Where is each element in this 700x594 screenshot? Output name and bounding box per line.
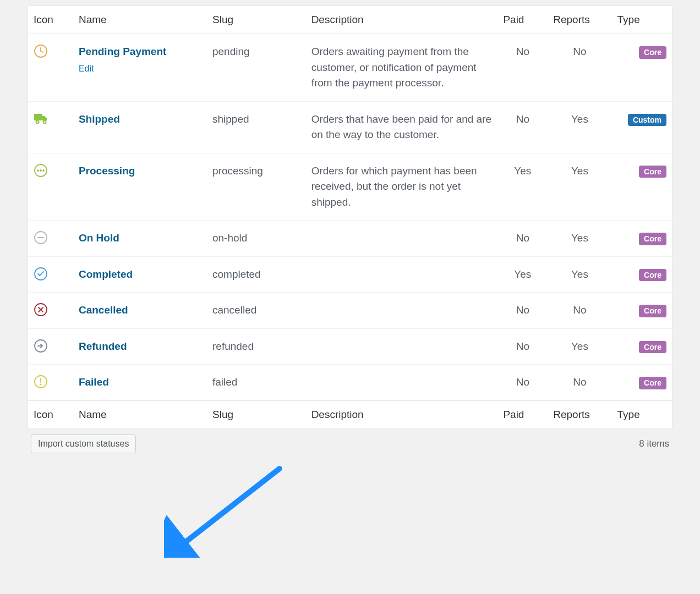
processing-icon (34, 163, 68, 178)
svg-point-3 (43, 120, 46, 123)
table-row: Pending PaymentEditpendingOrders awaitin… (28, 34, 672, 102)
col-header-slug: Slug (207, 6, 306, 34)
table-footer: Icon Name Slug Description Paid Reports … (28, 400, 672, 428)
status-slug: failed (207, 365, 306, 401)
table-row: FailedfailedNoNoCore (28, 365, 672, 401)
col-header-name[interactable]: Name (73, 6, 207, 34)
type-badge: Core (639, 377, 666, 389)
col-footer-slug: Slug (207, 400, 306, 428)
status-slug: pending (207, 34, 306, 102)
svg-line-18 (174, 469, 280, 551)
type-badge: Core (639, 305, 666, 317)
status-slug: shipped (207, 101, 306, 153)
type-badge: Core (639, 166, 666, 178)
table-row: CompletedcompletedYesYesCore (28, 256, 672, 293)
refund-icon (34, 339, 68, 353)
status-name-link[interactable]: Processing (79, 165, 135, 177)
col-header-icon: Icon (28, 6, 73, 34)
type-badge: Core (639, 269, 666, 282)
status-name-link[interactable]: On Hold (79, 232, 119, 244)
svg-rect-1 (34, 114, 42, 120)
svg-point-17 (40, 384, 42, 386)
status-slug: processing (207, 153, 306, 221)
status-name-link[interactable]: Completed (79, 268, 133, 280)
table-header: Icon Name Slug Description Paid Reports … (28, 6, 672, 34)
svg-point-2 (36, 120, 39, 123)
status-name-link[interactable]: Failed (79, 376, 109, 388)
col-header-reports: Reports (548, 6, 611, 34)
type-badge: Core (639, 46, 666, 59)
status-reports: Yes (548, 101, 611, 153)
status-reports: No (548, 365, 611, 401)
status-slug: completed (207, 256, 306, 293)
status-name-link[interactable]: Refunded (79, 340, 127, 352)
table-row: ProcessingprocessingOrders for which pay… (28, 153, 672, 221)
table-row: ShippedshippedOrders that have been paid… (28, 101, 672, 153)
col-header-paid: Paid (497, 6, 548, 34)
col-footer-description: Description (306, 400, 498, 428)
status-slug: cancelled (207, 293, 306, 329)
status-reports: Yes (548, 153, 611, 221)
truck-icon (34, 113, 48, 125)
bottom-bar: Import custom statuses 8 items (28, 429, 672, 459)
row-actions: Edit (79, 62, 201, 75)
type-badge: Custom (628, 114, 666, 127)
status-slug: refunded (207, 328, 306, 365)
type-badge: Core (639, 341, 666, 354)
status-name-link[interactable]: Pending Payment (79, 46, 166, 57)
col-footer-type: Type (612, 400, 672, 428)
table-row: RefundedrefundedNoYesCore (28, 328, 672, 365)
status-name-link[interactable]: Cancelled (79, 304, 128, 316)
status-slug: on-hold (207, 221, 306, 257)
status-paid: No (497, 365, 548, 401)
status-paid: No (497, 328, 548, 365)
svg-point-5 (37, 169, 39, 171)
svg-point-7 (43, 169, 45, 171)
col-header-description: Description (306, 6, 498, 34)
clock-icon (34, 44, 68, 58)
x-circle-icon (34, 302, 68, 317)
status-description (306, 256, 498, 293)
import-custom-statuses-button[interactable]: Import custom statuses (31, 435, 136, 453)
status-paid: No (497, 34, 548, 102)
minus-circle-icon (34, 230, 68, 245)
status-description (306, 365, 498, 401)
items-count: 8 items (639, 438, 669, 449)
edit-action[interactable]: Edit (79, 64, 94, 73)
type-badge: Core (639, 233, 666, 245)
col-footer-icon: Icon (28, 400, 73, 428)
col-footer-name[interactable]: Name (73, 400, 207, 428)
svg-point-6 (40, 169, 42, 171)
check-circle-icon (34, 267, 68, 281)
status-description (306, 293, 498, 329)
status-reports: No (548, 34, 611, 102)
exclamation-circle-icon (34, 375, 68, 389)
status-reports: Yes (548, 221, 611, 257)
status-paid: No (497, 293, 548, 329)
status-paid: No (497, 101, 548, 153)
col-footer-reports: Reports (548, 400, 611, 428)
status-name-link[interactable]: Shipped (79, 113, 120, 125)
status-reports: No (548, 293, 611, 329)
status-description (306, 221, 498, 257)
col-footer-paid: Paid (497, 400, 548, 428)
status-description: Orders for which payment has been receiv… (306, 153, 498, 221)
col-header-type: Type (612, 6, 672, 34)
status-paid: Yes (497, 256, 548, 293)
status-description (306, 328, 498, 365)
status-description: Orders awaiting payment from the custome… (306, 34, 498, 102)
status-paid: Yes (497, 153, 548, 221)
status-description: Orders that have been paid for and are o… (306, 101, 498, 153)
annotation-arrow-icon (164, 464, 291, 558)
status-reports: Yes (548, 256, 611, 293)
order-status-table: Icon Name Slug Description Paid Reports … (28, 6, 672, 429)
status-paid: No (497, 221, 548, 257)
status-reports: Yes (548, 328, 611, 365)
table-row: On Holdon-holdNoYesCore (28, 221, 672, 257)
table-row: CancelledcancelledNoNoCore (28, 293, 672, 329)
